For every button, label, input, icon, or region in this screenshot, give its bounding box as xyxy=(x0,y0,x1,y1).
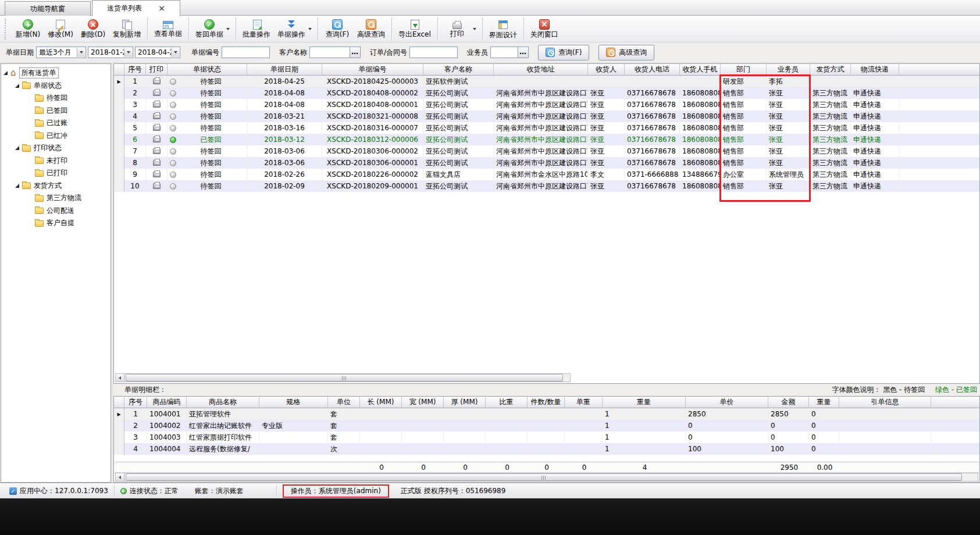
customer-input[interactable] xyxy=(309,47,350,58)
scrollbar-thumb[interactable] xyxy=(126,473,962,481)
date-to-select[interactable]: 2018-04-25 xyxy=(135,47,180,58)
printer-icon[interactable] xyxy=(153,90,161,96)
printer-icon[interactable] xyxy=(153,160,161,166)
tree-item-2-1[interactable]: 公司配送 xyxy=(1,205,111,217)
column-header-len[interactable]: 长 (MM) xyxy=(360,397,402,408)
column-header-weight2[interactable]: 重量 xyxy=(809,397,839,408)
tree-item-0-0[interactable]: 待签回 xyxy=(1,92,111,105)
docno-input[interactable] xyxy=(222,47,270,58)
scroll-left-button[interactable] xyxy=(116,473,124,481)
ui-design-button[interactable]: 界面设计 xyxy=(486,16,521,42)
column-header-no[interactable]: 序号 xyxy=(124,397,147,408)
column-header-dept[interactable]: 部门 xyxy=(721,64,767,76)
view-document-button[interactable]: 查看单据 xyxy=(151,16,186,42)
horizontal-scrollbar[interactable] xyxy=(115,373,571,382)
printer-icon[interactable] xyxy=(153,148,161,154)
delete-button[interactable]: 删除(D) xyxy=(77,16,109,42)
printer-icon[interactable] xyxy=(153,113,161,119)
table-row[interactable]: 4待签回2018-03-21XSCKD-20180321-000008亚拓公司测… xyxy=(114,110,979,122)
table-row[interactable]: 2待签回2018-04-08XSCKD-20180408-000002亚拓公司测… xyxy=(114,87,979,99)
column-header-thk[interactable]: 厚 (MM) xyxy=(444,397,486,408)
order-input[interactable] xyxy=(409,47,458,58)
table-row[interactable]: 6已签回2018-03-12XSCKD-20180312-000006亚拓公司测… xyxy=(114,134,979,145)
date-range-select[interactable]: 最近3个月 xyxy=(36,47,86,58)
column-header-ref[interactable]: 引单信息 xyxy=(839,397,931,408)
tree-group-0[interactable]: 单据状态 xyxy=(1,80,111,92)
query-toolbar-button[interactable]: 查询(F) xyxy=(321,16,354,42)
table-row[interactable]: 3待签回2018-04-08XSCKD-20180408-000001亚拓公司测… xyxy=(114,99,979,110)
table-row[interactable]: 21004002红管家出纳记账软件专业版套1000 xyxy=(114,420,979,431)
scrollbar-thumb[interactable] xyxy=(126,374,563,381)
printer-icon[interactable] xyxy=(153,79,161,84)
table-row[interactable]: ▶1待签回2018-04-25XSCKD-20180425-000003亚拓软件… xyxy=(114,76,979,87)
date-from-select[interactable]: 2018-01-25 xyxy=(88,47,133,58)
column-header-unit[interactable]: 单位 xyxy=(328,397,360,408)
column-header-address[interactable]: 收货地址 xyxy=(494,64,588,76)
advanced-query-toolbar-button[interactable]: 高级查询 xyxy=(354,16,389,42)
tree-item-1-1[interactable]: 已打印 xyxy=(1,167,111,180)
chevron-down-icon[interactable] xyxy=(124,48,132,57)
tree-item-2-0[interactable]: 第三方物流 xyxy=(1,192,111,205)
column-header-customer[interactable]: 客户名称 xyxy=(423,64,494,76)
column-header-phone[interactable]: 收货人电话 xyxy=(625,64,680,76)
print-dropdown-arrow[interactable] xyxy=(471,16,478,42)
chevron-down-icon[interactable] xyxy=(171,48,179,57)
export-excel-button[interactable]: 导出Excel xyxy=(395,16,434,42)
column-header-receiver[interactable]: 收货人 xyxy=(588,64,625,76)
table-row[interactable]: 10待签回2018-02-09XSCKD-20180209-000001亚拓公司… xyxy=(114,180,979,192)
advanced-query-button[interactable]: 高级查询 xyxy=(598,45,654,60)
print-button[interactable]: 打印 xyxy=(441,16,473,42)
salesman-input[interactable] xyxy=(490,47,518,58)
close-tab-icon[interactable]: × xyxy=(158,5,165,12)
column-header-mobile[interactable]: 收货人手机 xyxy=(680,64,721,76)
customer-lookup-button[interactable]: … xyxy=(350,47,361,58)
printer-icon[interactable] xyxy=(153,137,161,142)
printer-icon[interactable] xyxy=(153,125,161,131)
close-window-button[interactable]: 关闭窗口 xyxy=(527,16,562,42)
tab-function-nav[interactable]: 功能导航窗 xyxy=(5,1,91,16)
scroll-left-button[interactable] xyxy=(116,374,124,381)
column-header-price[interactable]: 单价 xyxy=(686,397,768,408)
table-row[interactable]: 31004003红管家票据打印软件套1000 xyxy=(114,431,979,443)
tree-item-0-2[interactable]: 已过账 xyxy=(1,117,111,130)
tree-item-0-1[interactable]: 已签回 xyxy=(1,105,111,117)
expand-triangle-icon[interactable] xyxy=(3,71,8,75)
column-header-code[interactable]: 商品编码 xyxy=(147,397,187,408)
column-header-no[interactable]: 序号 xyxy=(124,64,146,76)
table-row[interactable]: 8待签回2018-03-06XSCKD-20180306-000001亚拓公司测… xyxy=(114,157,979,169)
edit-button[interactable]: 修改(M) xyxy=(44,16,77,42)
salesman-lookup-button[interactable]: … xyxy=(518,47,529,58)
column-header-pieces[interactable]: 件数/数量 xyxy=(528,397,565,408)
expand-triangle-icon[interactable] xyxy=(15,146,19,150)
table-row[interactable]: ▶11004001亚拓管理软件套1285028500 xyxy=(114,408,979,420)
batch-operations-button[interactable]: 批量操作 xyxy=(239,16,274,42)
column-header-date[interactable]: 单据日期 xyxy=(247,64,322,76)
column-header-ratio[interactable]: 比重 xyxy=(486,397,528,408)
expand-triangle-icon[interactable] xyxy=(15,84,19,88)
tree-group-2[interactable]: 发货方式 xyxy=(1,180,111,192)
chevron-down-icon[interactable] xyxy=(77,48,85,57)
tree-item-all-delivery-orders[interactable]: ⌂所有送货单 xyxy=(1,67,111,80)
printer-icon[interactable] xyxy=(153,183,161,189)
expand-triangle-icon[interactable] xyxy=(15,184,19,188)
printer-icon[interactable] xyxy=(153,172,161,177)
column-header-code[interactable]: 单据编号 xyxy=(322,64,423,76)
column-header-express[interactable]: 物流快递 xyxy=(851,64,899,76)
column-header-weight[interactable]: 重量 xyxy=(603,397,686,408)
table-row[interactable]: 5待签回2018-03-16XSCKD-20180316-000007亚拓公司测… xyxy=(114,122,979,134)
add-button[interactable]: 新增(N) xyxy=(12,16,44,42)
table-row[interactable]: 7待签回2018-03-06XSCKD-20180306-000002亚拓公司测… xyxy=(114,145,979,157)
document-operations-dropdown-arrow[interactable] xyxy=(307,16,313,42)
tree-item-2-2[interactable]: 客户自提 xyxy=(1,217,111,230)
table-row[interactable]: 41004004远程服务(数据修复/次11001000 xyxy=(114,443,979,455)
column-header-wid[interactable]: 宽 (MM) xyxy=(402,397,444,408)
tree-item-1-0[interactable]: 未打印 xyxy=(1,155,111,167)
horizontal-scrollbar[interactable] xyxy=(115,473,978,482)
tree-item-0-3[interactable]: 已红冲 xyxy=(1,130,111,142)
tab-delivery-list[interactable]: 送货单列表 × xyxy=(92,0,180,16)
column-header-salesman[interactable]: 业务员 xyxy=(767,64,810,76)
toolbar-grip[interactable] xyxy=(5,19,7,40)
tree-group-1[interactable]: 打印状态 xyxy=(1,142,111,155)
document-operations-button[interactable]: 单据操作 xyxy=(274,16,309,42)
column-header-name[interactable]: 商品名称 xyxy=(187,397,259,408)
